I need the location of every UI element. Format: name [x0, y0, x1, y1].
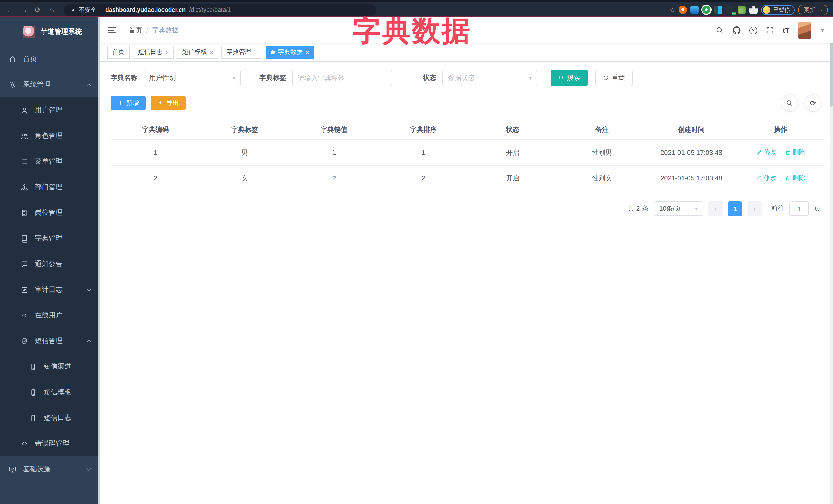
search-button[interactable]: 搜索 [551, 70, 588, 86]
browser-reload-icon[interactable]: ⟳ [33, 6, 43, 14]
sidebar-item-label: 短信渠道 [44, 362, 71, 371]
cell-created: 2021-01-05 17:03:48 [647, 165, 736, 191]
browser-forward-icon[interactable]: → [19, 6, 29, 14]
chrome-update-button[interactable]: 更新 ⋮ [798, 4, 828, 15]
book-icon [21, 235, 28, 242]
delete-link[interactable]: 删除 [785, 148, 805, 157]
sidebar-item-sms-management[interactable]: 短信管理 [0, 328, 100, 354]
close-icon[interactable]: × [254, 49, 258, 55]
tag-home[interactable]: 首页 [107, 45, 130, 59]
col-dict-label: 字典标签 [200, 119, 290, 140]
col-dict-value: 字典键值 [289, 119, 379, 140]
fullscreen-icon[interactable] [766, 26, 774, 34]
bookmark-star-icon[interactable]: ☆ [669, 6, 675, 14]
search-icon[interactable] [716, 26, 724, 34]
browser-chrome: ← → ⟳ ⌂ ▲ 不安全 | dashboard.yudao.iocoder.… [0, 0, 833, 18]
tag-dict-management[interactable]: 字典管理 × [221, 45, 263, 59]
dict-name-label: 字典名称 [111, 73, 137, 82]
font-size-icon[interactable]: tT [783, 26, 789, 34]
help-icon[interactable]: ? [749, 26, 757, 34]
dict-label-input-wrap [292, 70, 392, 86]
hamburger-icon[interactable] [100, 18, 124, 43]
sidebar-item-user-management[interactable]: 用户管理 [0, 97, 100, 123]
export-button[interactable]: 导出 [151, 96, 186, 110]
sidebar-item-menu-management[interactable]: 菜单管理 [0, 149, 100, 174]
logo[interactable]: 芋道管理系统 [0, 18, 100, 46]
tag-label: 首页 [112, 48, 124, 56]
breadcrumb-home[interactable]: 首页 [129, 26, 142, 35]
profile-paused-label: 已暂停 [773, 6, 790, 14]
sidebar-item-post-management[interactable]: 岗位管理 [0, 200, 100, 225]
export-button-label: 导出 [166, 99, 179, 107]
close-icon[interactable]: × [166, 49, 169, 55]
cell-label: 女 [200, 165, 290, 191]
extensions-puzzle-icon[interactable] [749, 6, 758, 14]
edit-link[interactable]: 修改 [756, 148, 777, 157]
sidebar-item-role-management[interactable]: 角色管理 [0, 123, 100, 149]
table-toolbar: 新增 导出 ⟳ [111, 94, 828, 112]
tag-sms-log[interactable]: 短信日志 × [133, 45, 174, 59]
refresh-table-button[interactable]: ⟳ [804, 94, 822, 112]
extension-icon-stats[interactable] [714, 6, 722, 14]
status-select[interactable]: 数据状态 ▾ [443, 70, 537, 86]
sidebar-item-system-management[interactable]: 系统管理 [0, 72, 100, 97]
extension-icon-orange[interactable] [679, 6, 687, 14]
tag-sms-template[interactable]: 短信模板 × [177, 45, 218, 59]
prev-page-button[interactable]: ‹ [709, 201, 723, 216]
sidebar-item-sms-log[interactable]: 短信日志 [0, 405, 100, 431]
sidebar-item-audit-log[interactable]: 审计日志 [0, 277, 100, 303]
delete-link[interactable]: 删除 [785, 174, 805, 183]
github-icon[interactable] [733, 26, 741, 34]
cell-status: 开启 [468, 165, 557, 191]
profile-paused-chip[interactable]: 已暂停 [761, 5, 794, 15]
address-bar[interactable]: ▲ 不安全 | dashboard.yudao.iocoder.cn /dict… [64, 4, 376, 16]
pencil-icon [756, 150, 762, 155]
sidebar-scrollbar[interactable] [98, 18, 100, 504]
browser-menu-kebab-icon[interactable]: ⋮ [819, 6, 824, 13]
dict-label-input[interactable] [298, 74, 386, 82]
page-size-select[interactable]: 10条/页 ▾ [653, 201, 703, 216]
col-dict-sort: 字典排序 [379, 119, 468, 140]
sidebar-item-sms-channel[interactable]: 短信渠道 [0, 354, 100, 379]
avatar-caret-icon[interactable]: ▼ [820, 28, 825, 33]
pagination-total: 共 2 条 [628, 204, 648, 213]
page-content: 字典名称 用户性别 ▾ 字典标签 状态 数据状态 ▾ [100, 62, 833, 504]
dict-name-select[interactable]: 用户性别 ▾ [144, 70, 241, 86]
next-page-button[interactable]: › [747, 201, 762, 216]
goto-page-input[interactable] [789, 201, 809, 216]
page-scrollbar[interactable] [830, 18, 833, 504]
not-secure-label: 不安全 [79, 6, 97, 14]
browser-home-icon[interactable]: ⌂ [47, 6, 57, 14]
goto-label: 前往 [771, 204, 784, 213]
sidebar-item-label: 短信管理 [35, 336, 63, 345]
main-area: 首页 / 字典数据 ? tT ▼ 首页 [100, 18, 833, 504]
pencil-icon [756, 175, 762, 181]
reset-button[interactable]: 重置 [595, 70, 633, 86]
sidebar-item-error-code[interactable]: 错误码管理 [0, 431, 100, 456]
toggle-search-icon-button[interactable] [781, 94, 798, 112]
sidebar-item-notice[interactable]: 通知公告 [0, 251, 100, 277]
extension-icon-blue-drop[interactable] [690, 6, 699, 14]
extension-icon-switch[interactable]: on [726, 6, 734, 14]
add-button[interactable]: 新增 [111, 96, 146, 110]
browser-back-icon[interactable]: ← [5, 6, 15, 14]
monitor-chart-icon [9, 465, 17, 473]
tag-dict-data-active[interactable]: 字典数据 × [266, 45, 314, 59]
sidebar-item-dict-management[interactable]: 字典管理 [0, 225, 100, 251]
sidebar-item-dept-management[interactable]: 部门管理 [0, 174, 100, 200]
sidebar-item-sms-template[interactable]: 短信模板 [0, 379, 100, 405]
edit-link[interactable]: 修改 [756, 174, 777, 183]
user-avatar[interactable] [798, 22, 811, 39]
close-icon[interactable]: × [210, 49, 213, 55]
extension-icon-green-leaf[interactable] [738, 6, 746, 14]
close-icon[interactable]: × [306, 49, 309, 55]
filter-form: 字典名称 用户性别 ▾ 字典标签 状态 数据状态 ▾ [111, 70, 828, 86]
profile-avatar-emoji [763, 6, 770, 14]
sidebar-item-infrastructure[interactable]: 基础设施 [0, 456, 100, 482]
sidebar-item-online-users[interactable]: 在线用户 [0, 303, 100, 328]
cell-sort: 2 [379, 165, 468, 191]
extension-icon-green-check[interactable] [702, 6, 711, 14]
page-1-button[interactable]: 1 [728, 201, 742, 216]
sidebar-item-home[interactable]: 首页 [0, 46, 100, 72]
home-icon [9, 55, 17, 63]
